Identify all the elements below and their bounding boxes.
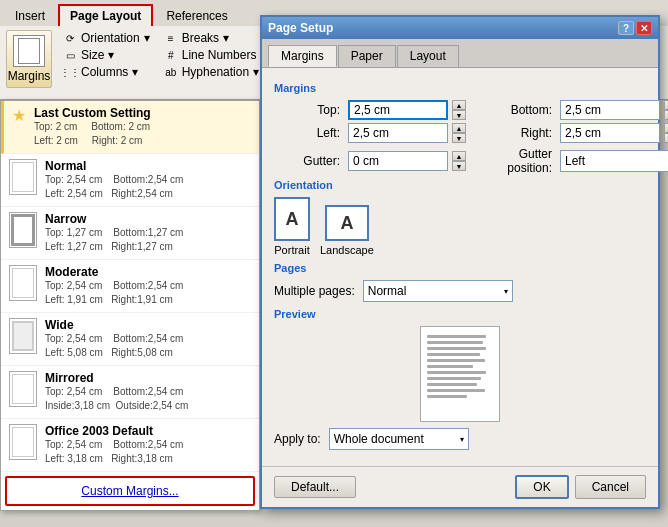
hyphenation-icon: ab — [164, 65, 178, 79]
custom-margins-button[interactable]: Custom Margins... — [5, 476, 255, 506]
dialog-footer: Default... OK Cancel — [262, 466, 658, 507]
default-button[interactable]: Default... — [274, 476, 356, 498]
titlebar-buttons: ? ✕ — [618, 21, 652, 35]
ok-button[interactable]: OK — [515, 475, 568, 499]
tab-layout[interactable]: Layout — [397, 45, 459, 67]
page-preview-icon — [9, 265, 37, 301]
top-input[interactable]: 2,5 cm — [348, 100, 448, 120]
line-numbers-item[interactable]: # Line Numbers ▾ — [161, 47, 270, 63]
list-item[interactable]: Moderate Top: 2,54 cm Bottom:2,54 cm Lef… — [1, 260, 259, 313]
list-item[interactable]: Normal Top: 2,54 cm Bottom:2,54 cm Left:… — [1, 154, 259, 207]
apply-row: Apply to: Whole document ▾ — [274, 428, 646, 450]
margins-section-title: Margins — [274, 82, 646, 94]
preview-line — [427, 341, 483, 344]
help-button[interactable]: ? — [618, 21, 634, 35]
gutter-spin-up[interactable]: ▲ — [452, 151, 466, 161]
dialog-body: Margins Top: 2,5 cm ▲ ▼ Bottom: 2,5 cm ▲… — [262, 67, 658, 466]
columns-icon: ⋮⋮ — [63, 65, 77, 79]
preview-line — [427, 389, 485, 392]
portrait-preview: A — [274, 197, 310, 241]
page-preview — [420, 326, 500, 422]
item-info: Normal Top: 2,54 cm Bottom:2,54 cm Left:… — [45, 159, 183, 201]
preview-line — [427, 371, 486, 374]
footer-right-buttons: OK Cancel — [515, 475, 646, 499]
preview-line — [427, 395, 467, 398]
breaks-item[interactable]: ≡ Breaks ▾ — [161, 30, 270, 46]
preview-lines — [421, 327, 499, 406]
preview-title: Preview — [274, 308, 646, 320]
list-item[interactable]: Wide Top: 2,54 cm Bottom:2,54 cm Left: 5… — [1, 313, 259, 366]
item-info: Wide Top: 2,54 cm Bottom:2,54 cm Left: 5… — [45, 318, 183, 360]
bottom-label: Bottom: — [486, 103, 556, 117]
apply-to-label: Apply to: — [274, 432, 321, 446]
right-label: Right: — [486, 126, 556, 140]
preview-line — [427, 347, 486, 350]
right-spin-down[interactable]: ▼ — [664, 133, 668, 143]
page-setup-items2: ≡ Breaks ▾ # Line Numbers ▾ ab Hyphenati… — [161, 30, 270, 80]
item-info: Last Custom Setting Top: 2 cm Bottom: 2 … — [34, 106, 151, 148]
list-item[interactable]: Narrow Top: 1,27 cm Bottom:1,27 cm Left:… — [1, 207, 259, 260]
tab-references[interactable]: References — [155, 4, 238, 26]
gutter-spinner[interactable]: ▲ ▼ — [452, 151, 482, 171]
margins-button[interactable]: Margins — [6, 30, 52, 88]
gutter-pos-select[interactable]: Left ▾ — [560, 150, 668, 172]
list-item[interactable]: Office 2003 Default Top: 2,54 cm Bottom:… — [1, 419, 259, 472]
pages-section-title: Pages — [274, 262, 646, 274]
preview-section: Preview Apply to: — [274, 308, 646, 450]
pages-section: Pages Multiple pages: Normal ▾ — [274, 262, 646, 302]
gutter-spin-down[interactable]: ▼ — [452, 161, 466, 171]
cancel-button[interactable]: Cancel — [575, 475, 646, 499]
chevron-down-icon: ▾ — [504, 287, 508, 296]
tab-insert[interactable]: Insert — [4, 4, 56, 26]
left-spin-down[interactable]: ▼ — [452, 133, 466, 143]
orientation-section-title: Orientation — [274, 179, 646, 191]
tab-paper[interactable]: Paper — [338, 45, 396, 67]
orientation-icon: ⟳ — [63, 31, 77, 45]
dialog-tab-bar: Margins Paper Layout — [262, 39, 658, 67]
right-spin-up[interactable]: ▲ — [664, 123, 668, 133]
dialog-titlebar: Page Setup ? ✕ — [262, 17, 658, 39]
size-item[interactable]: ▭ Size ▾ — [60, 47, 153, 63]
portrait-button[interactable]: A Portrait — [274, 197, 310, 256]
left-spinner[interactable]: ▲ ▼ — [452, 123, 482, 143]
tab-page-layout[interactable]: Page Layout — [58, 4, 153, 26]
bottom-spin-down[interactable]: ▼ — [664, 110, 668, 120]
top-spin-down[interactable]: ▼ — [452, 110, 466, 120]
margins-icon — [13, 35, 45, 67]
preview-line — [427, 377, 481, 380]
multiple-pages-label: Multiple pages: — [274, 284, 355, 298]
left-label: Left: — [274, 126, 344, 140]
left-spin-up[interactable]: ▲ — [452, 123, 466, 133]
page-preview-icon — [9, 212, 37, 248]
page-preview-icon — [9, 159, 37, 195]
breaks-icon: ≡ — [164, 31, 178, 45]
landscape-button[interactable]: A Landscape — [320, 205, 374, 256]
right-input[interactable]: 2,5 cm — [560, 123, 660, 143]
item-info: Mirrored Top: 2,54 cm Bottom:2,54 cm Ins… — [45, 371, 188, 413]
gutter-input[interactable]: 0 cm — [348, 151, 448, 171]
gutter-label: Gutter: — [274, 154, 344, 168]
landscape-label: Landscape — [320, 244, 374, 256]
item-info: Office 2003 Default Top: 2,54 cm Bottom:… — [45, 424, 183, 466]
bottom-input[interactable]: 2,5 cm — [560, 100, 660, 120]
close-button[interactable]: ✕ — [636, 21, 652, 35]
bottom-spinner[interactable]: ▲ ▼ — [664, 100, 668, 120]
orientation-item[interactable]: ⟳ Orientation ▾ — [60, 30, 153, 46]
bottom-spin-up[interactable]: ▲ — [664, 100, 668, 110]
list-item[interactable]: Mirrored Top: 2,54 cm Bottom:2,54 cm Ins… — [1, 366, 259, 419]
preview-line — [427, 335, 486, 338]
top-spin-up[interactable]: ▲ — [452, 100, 466, 110]
top-spinner[interactable]: ▲ ▼ — [452, 100, 482, 120]
portrait-label: Portrait — [274, 244, 309, 256]
line-numbers-icon: # — [164, 48, 178, 62]
orientation-buttons: A Portrait A Landscape — [274, 197, 646, 256]
list-item[interactable]: ★ Last Custom Setting Top: 2 cm Bottom: … — [1, 101, 259, 154]
tab-margins[interactable]: Margins — [268, 45, 337, 67]
apply-to-select[interactable]: Whole document ▾ — [329, 428, 469, 450]
right-spinner[interactable]: ▲ ▼ — [664, 123, 668, 143]
hyphenation-item[interactable]: ab Hyphenation ▾ — [161, 64, 270, 80]
multiple-pages-select[interactable]: Normal ▾ — [363, 280, 513, 302]
columns-item[interactable]: ⋮⋮ Columns ▾ — [60, 64, 153, 80]
left-input[interactable]: 2,5 cm — [348, 123, 448, 143]
margins-form: Top: 2,5 cm ▲ ▼ Bottom: 2,5 cm ▲ ▼ Left:… — [274, 100, 646, 143]
